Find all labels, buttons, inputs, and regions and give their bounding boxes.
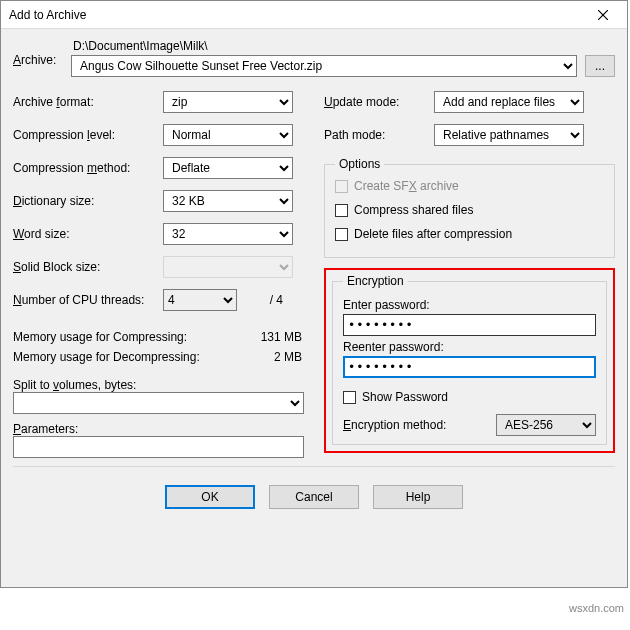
left-column: Archive format: zip Compression level: N… xyxy=(13,91,304,458)
show-pw-checkbox[interactable] xyxy=(343,391,356,404)
enter-pw-label: Enter password: xyxy=(343,298,596,312)
dialog-window: Add to Archive Archive: D:\Document\Imag… xyxy=(0,0,628,588)
split-label: Split to volumes, bytes: xyxy=(13,378,304,392)
button-row: OK Cancel Help xyxy=(13,475,615,509)
delete-checkbox[interactable] xyxy=(335,228,348,241)
enter-pw-input[interactable] xyxy=(343,314,596,336)
delete-label: Delete files after compression xyxy=(354,227,512,241)
sfx-checkbox xyxy=(335,180,348,193)
cancel-button[interactable]: Cancel xyxy=(269,485,359,509)
word-label: Word size: xyxy=(13,227,163,241)
mem-decomp-value: 2 MB xyxy=(274,350,302,364)
browse-button[interactable]: ... xyxy=(585,55,615,77)
show-pw-label: Show Password xyxy=(362,390,448,404)
right-column: Update mode: Add and replace files Path … xyxy=(324,91,615,458)
dict-combo[interactable]: 32 KB xyxy=(163,190,293,212)
format-combo[interactable]: zip xyxy=(163,91,293,113)
shared-checkbox[interactable] xyxy=(335,204,348,217)
block-label: Solid Block size: xyxy=(13,260,163,274)
close-icon xyxy=(598,10,608,20)
watermark: wsxdn.com xyxy=(569,602,624,614)
format-label: Archive format: xyxy=(13,95,163,109)
level-combo[interactable]: Normal xyxy=(163,124,293,146)
archive-label: Archive: xyxy=(13,39,63,67)
ellipsis-icon: ... xyxy=(595,59,605,73)
encryption-group: Encryption Enter password: Reenter passw… xyxy=(332,274,607,445)
cpu-total: / 4 xyxy=(237,293,289,307)
cpu-label: Number of CPU threads: xyxy=(13,293,163,307)
archive-path: D:\Document\Image\Milk\ xyxy=(71,39,615,53)
reenter-pw-label: Reenter password: xyxy=(343,340,596,354)
cpu-combo[interactable]: 4 xyxy=(163,289,237,311)
close-button[interactable] xyxy=(583,2,623,28)
level-label: Compression level: xyxy=(13,128,163,142)
dialog-content: Archive: D:\Document\Image\Milk\ Angus C… xyxy=(1,29,627,513)
dict-label: Dictionary size: xyxy=(13,194,163,208)
ok-button[interactable]: OK xyxy=(165,485,255,509)
options-group: Options Create SFX archive Compress shar… xyxy=(324,157,615,258)
enc-method-label: Encryption method: xyxy=(343,418,446,432)
archive-filename-combo[interactable]: Angus Cow Silhouette Sunset Free Vector.… xyxy=(71,55,577,77)
reenter-pw-input[interactable] xyxy=(343,356,596,378)
params-label: Parameters: xyxy=(13,422,304,436)
sfx-label: Create SFX archive xyxy=(354,179,459,193)
method-label: Compression method: xyxy=(13,161,163,175)
shared-label: Compress shared files xyxy=(354,203,473,217)
encryption-legend: Encryption xyxy=(343,274,408,288)
mem-comp-value: 131 MB xyxy=(261,330,302,344)
params-input[interactable] xyxy=(13,436,304,458)
pathmode-combo[interactable]: Relative pathnames xyxy=(434,124,584,146)
mem-decomp-label: Memory usage for Decompressing: xyxy=(13,350,200,364)
update-label: Update mode: xyxy=(324,95,434,109)
update-combo[interactable]: Add and replace files xyxy=(434,91,584,113)
split-combo[interactable] xyxy=(13,392,304,414)
pathmode-label: Path mode: xyxy=(324,128,434,142)
titlebar: Add to Archive xyxy=(1,1,627,29)
window-title: Add to Archive xyxy=(9,8,86,22)
method-combo[interactable]: Deflate xyxy=(163,157,293,179)
mem-comp-label: Memory usage for Compressing: xyxy=(13,330,187,344)
encryption-highlight: Encryption Enter password: Reenter passw… xyxy=(324,268,615,453)
help-button[interactable]: Help xyxy=(373,485,463,509)
options-legend: Options xyxy=(335,157,384,171)
block-combo xyxy=(163,256,293,278)
word-combo[interactable]: 32 xyxy=(163,223,293,245)
enc-method-combo[interactable]: AES-256 xyxy=(496,414,596,436)
